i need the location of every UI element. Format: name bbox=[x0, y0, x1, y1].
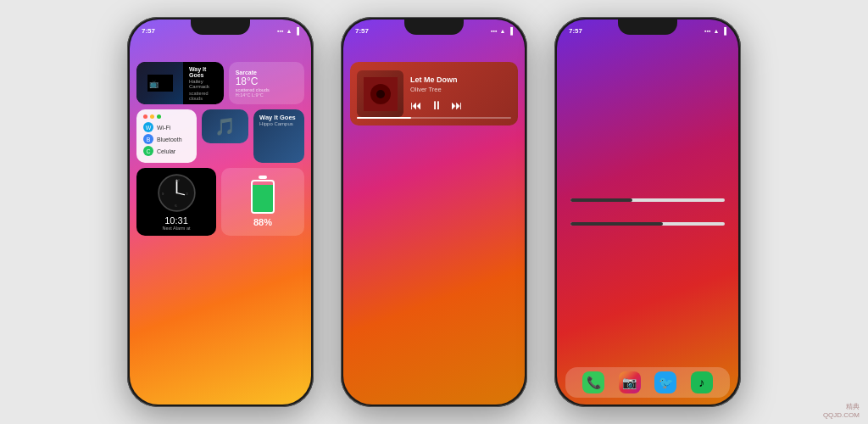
dock-phone[interactable]: 📞 bbox=[582, 371, 604, 393]
battery-widget-1[interactable]: 88% bbox=[221, 168, 304, 236]
signal-1: ▪▪▪ bbox=[277, 28, 283, 34]
play-btn[interactable]: ⏸ bbox=[431, 98, 442, 112]
weather-range: H:14°C L:9°C bbox=[236, 92, 298, 98]
time-3: 7:57 bbox=[569, 27, 582, 35]
sound-fill bbox=[570, 198, 632, 202]
battery-fill bbox=[253, 185, 273, 212]
wifi-status-3: ▲ bbox=[713, 28, 719, 34]
battery-status-2: ▐ bbox=[508, 27, 513, 35]
weather-city: Sarcate bbox=[236, 70, 298, 75]
dock-instagram[interactable]: 📷 bbox=[619, 371, 641, 393]
phone-3: 7:57 ▪▪▪ ▲ ▐ 🔍 Youtube Search 🎤 Favorite… bbox=[554, 17, 741, 407]
way-it-goes-widget[interactable]: Way It Goes Hippo Campus bbox=[253, 109, 304, 163]
wifi-status-2: ▲ bbox=[499, 28, 505, 34]
pm-fill bbox=[570, 222, 663, 226]
tv-artist: Hailey Carmack bbox=[189, 79, 218, 89]
cell-label: Celular bbox=[157, 148, 175, 154]
music-info: Let Me Down Oliver Tree ⏮ ⏸ ⏭ bbox=[410, 75, 511, 112]
clock-svg: 9 12 3 6 bbox=[153, 173, 200, 213]
svg-text:12: 12 bbox=[175, 178, 180, 182]
prev-btn[interactable]: ⏮ bbox=[410, 98, 422, 112]
time-2: 7:57 bbox=[355, 27, 369, 35]
tv-widget[interactable]: 📺 Way It Goes Hailey Carmack scattered c… bbox=[136, 62, 224, 104]
bt-ctrl-icon: B bbox=[143, 134, 153, 144]
music-artist: Oliver Tree bbox=[410, 86, 511, 93]
bt-label: Bluetooth bbox=[157, 137, 182, 142]
dot-yellow bbox=[150, 114, 154, 119]
music-thumb-widget[interactable]: 🎵 bbox=[202, 109, 248, 143]
clock-widget-1[interactable]: 9 12 3 6 10:31 Next Alarm at bbox=[136, 168, 216, 236]
svg-text:📺: 📺 bbox=[149, 79, 159, 89]
weather-widget[interactable]: Sarcate 18°C scattered clouds H:14°C L:9… bbox=[229, 62, 304, 104]
time-1: 7:57 bbox=[142, 27, 155, 35]
battery-status-1: ▐ bbox=[294, 27, 299, 35]
dock-3: 📞 📷 🐦 ♪ bbox=[565, 367, 730, 398]
wifi-status-1: ▲ bbox=[286, 28, 292, 34]
phone-1: 7:57 ▪▪▪ ▲ ▐ 🔍 Search widget 🎤 📺 bbox=[127, 17, 314, 407]
clock-digital: 10:31 bbox=[164, 215, 188, 226]
tv-thumb: 📺 bbox=[136, 62, 183, 104]
tv-info: Way It Goes Hailey Carmack scattered clo… bbox=[183, 62, 224, 104]
music-song: Let Me Down bbox=[410, 75, 511, 84]
watermark: 精典QQJD.COM bbox=[823, 402, 860, 419]
controls-widget[interactable]: W Wi-Fi B Bluetooth C Celular bbox=[136, 109, 197, 163]
music-progress-fill bbox=[357, 117, 411, 119]
wig-title: Way It Goes bbox=[259, 114, 298, 121]
music-note-icon: 🎵 bbox=[214, 116, 236, 137]
battery-outline bbox=[251, 180, 275, 214]
widget-row-3: 9 12 3 6 10:31 Next Alarm at 88% bbox=[136, 168, 304, 236]
weather-temp: 18°C bbox=[236, 75, 298, 87]
music-cover bbox=[357, 70, 403, 117]
cell-ctrl-icon: C bbox=[143, 146, 153, 156]
clock-sub: Next Alarm at bbox=[162, 226, 190, 231]
signal-3: ▪▪▪ bbox=[704, 28, 710, 34]
notch-2 bbox=[404, 20, 464, 35]
tv-title: Way It Goes bbox=[189, 66, 218, 78]
wifi-ctrl-icon: W bbox=[143, 122, 153, 132]
battery-status-3: ▐ bbox=[721, 27, 726, 35]
battery-pct: 88% bbox=[253, 217, 272, 227]
music-controls: ⏮ ⏸ ⏭ bbox=[410, 98, 511, 112]
music-player[interactable]: Let Me Down Oliver Tree ⏮ ⏸ ⏭ bbox=[350, 62, 518, 126]
sound-slider[interactable] bbox=[570, 198, 725, 202]
svg-point-11 bbox=[376, 90, 385, 98]
pm-slider[interactable] bbox=[570, 222, 725, 226]
dot-green bbox=[157, 114, 161, 119]
music-progress-bar bbox=[357, 117, 511, 119]
wifi-label: Wi-Fi bbox=[157, 125, 170, 131]
widget-row-2: W Wi-Fi B Bluetooth C Celular 🎵 bbox=[136, 109, 304, 163]
dock-spotify[interactable]: ♪ bbox=[691, 371, 713, 393]
next-btn[interactable]: ⏭ bbox=[451, 98, 463, 112]
notch-3 bbox=[618, 20, 677, 35]
phone-2: 7:57 ▪▪▪ ▲ ▐ 🔍 Search widget 🎤 Let bbox=[341, 17, 527, 407]
wig-artist: Hippo Campus bbox=[259, 121, 298, 126]
dot-red bbox=[143, 114, 147, 119]
tv-desc: scattered clouds bbox=[189, 91, 218, 101]
notch-1 bbox=[191, 20, 250, 35]
widget-row-1: 📺 Way It Goes Hailey Carmack scattered c… bbox=[136, 62, 304, 104]
dock-twitter[interactable]: 🐦 bbox=[654, 371, 676, 393]
signal-2: ▪▪▪ bbox=[491, 28, 497, 34]
battery-tip bbox=[259, 176, 267, 179]
